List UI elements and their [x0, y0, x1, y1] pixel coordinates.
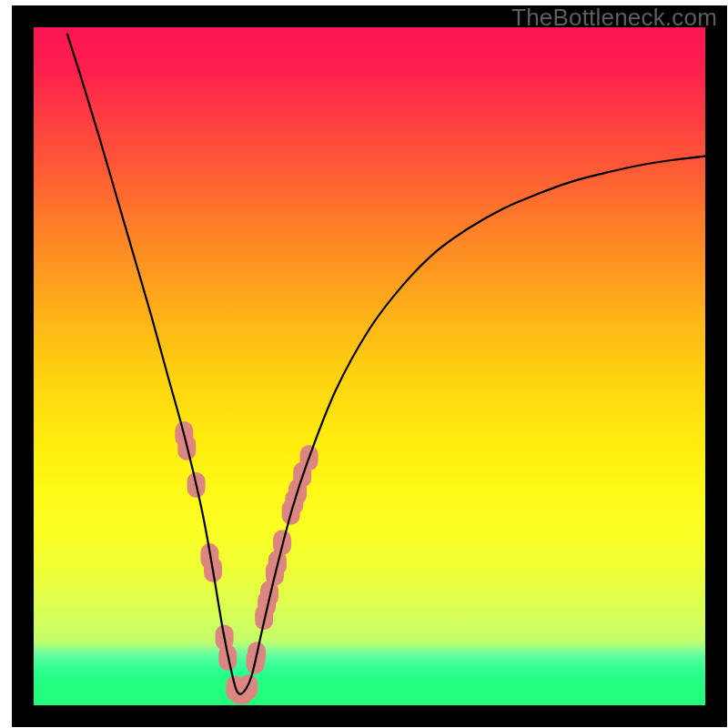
gradient-background [34, 27, 705, 705]
watermark-text: TheBottleneck.com [511, 4, 717, 32]
chart-container: TheBottleneck.com [0, 0, 728, 728]
data-marker [239, 674, 258, 700]
bottleneck-chart [0, 0, 728, 728]
